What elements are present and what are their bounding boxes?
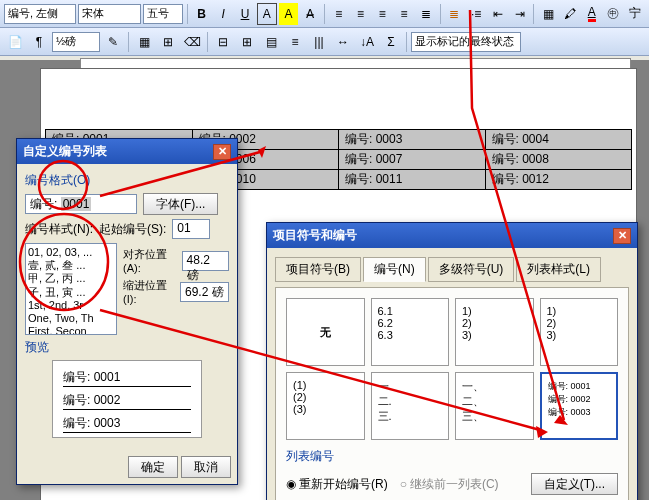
font-combo[interactable]: 宋体 [78, 4, 141, 24]
font-color-button[interactable]: A [582, 3, 602, 25]
custom-number-list-dialog: 自定义编号列表 ✕ 编号格式(O) 编号: 0001 字体(F)... 编号样式… [16, 138, 238, 485]
formula-button[interactable]: Σ [380, 31, 402, 53]
eraser-button[interactable]: ⌫ [181, 31, 203, 53]
char-bg-button[interactable]: A [279, 3, 299, 25]
showhide-button[interactable]: ¶ [28, 31, 50, 53]
bullets-button[interactable]: ∙≡ [466, 3, 486, 25]
continue-numbering-radio[interactable]: ○ 继续前一列表(C) [400, 476, 499, 493]
underline-button[interactable]: U [235, 3, 255, 25]
line-color-button[interactable]: ✎ [102, 31, 124, 53]
decrease-indent-button[interactable]: ⇤ [488, 3, 508, 25]
distribute-cols-button[interactable]: ||| [308, 31, 330, 53]
cell[interactable]: 编号: 0007 [339, 150, 486, 170]
start-number-field[interactable]: 01 [172, 219, 210, 239]
number-option[interactable]: 1)2)3) [540, 298, 619, 366]
border-button[interactable]: ▦ [538, 3, 558, 25]
cell[interactable]: 编号: 0003 [339, 130, 486, 150]
style-combo[interactable]: 编号, 左侧 [4, 4, 76, 24]
font-size-combo[interactable]: 五号 [143, 4, 183, 24]
tracking-combo[interactable]: 显示标记的最终状态 [411, 32, 521, 52]
merge-cells-button[interactable]: ⊟ [212, 31, 234, 53]
align-position-label: 对齐位置(A): [123, 247, 176, 274]
customize-button[interactable]: 自定义(T)... [531, 473, 618, 495]
format-painter-button[interactable]: 📄 [4, 31, 26, 53]
number-format-field[interactable]: 编号: 0001 [25, 194, 137, 214]
number-format-label: 编号格式(O) [25, 172, 229, 189]
align-justify-button[interactable]: ≡ [394, 3, 414, 25]
zoom-combo[interactable]: ½磅 [52, 32, 100, 52]
char-scaling-button[interactable]: 宁 [625, 3, 645, 25]
standard-toolbar: 📄 ¶ ½磅 ✎ ▦ ⊞ ⌫ ⊟ ⊞ ▤ ≡ ||| ↔ ↓A Σ 显示标记的最… [0, 28, 649, 56]
sort-button[interactable]: ↓A [356, 31, 378, 53]
tab-strip: 项目符号(B) 编号(N) 多级符号(U) 列表样式(L) [275, 256, 629, 281]
text-border-button[interactable]: A [257, 3, 277, 25]
numbering-panel: 无 6.16.26.3 1)2)3) 1)2)3) (1)(2)(3) 一.二.… [275, 287, 629, 500]
dialog-title: 项目符号和编号 [273, 227, 357, 244]
cell[interactable]: 编号: 0004 [485, 130, 632, 150]
tab-multilevel[interactable]: 多级符号(U) [428, 257, 515, 282]
align-left-button[interactable]: ≡ [329, 3, 349, 25]
number-option[interactable]: 一、二、三、 [455, 372, 534, 440]
highlight-button[interactable]: 🖍 [560, 3, 580, 25]
preview-box: 编号: 0001 编号: 0002 编号: 0003 [52, 360, 202, 438]
table-button[interactable]: ▦ [133, 31, 155, 53]
number-option[interactable]: (1)(2)(3) [286, 372, 365, 440]
italic-button[interactable]: I [213, 3, 233, 25]
cell[interactable]: 编号: 0012 [485, 170, 632, 190]
preview-label: 预览 [25, 339, 229, 356]
cell[interactable]: 编号: 0011 [339, 170, 486, 190]
list-number-label: 列表编号 [286, 448, 618, 465]
restart-numbering-radio[interactable]: ◉ 重新开始编号(R) [286, 476, 388, 493]
tab-bullets[interactable]: 项目符号(B) [275, 257, 361, 282]
number-style-listbox[interactable]: 01, 02, 03, ... 壹, 贰, 叁 ... 甲, 乙, 丙 ... … [25, 243, 117, 335]
font-button[interactable]: 字体(F)... [143, 193, 218, 215]
number-option-none[interactable]: 无 [286, 298, 365, 366]
dialog-title: 自定义编号列表 [23, 143, 107, 160]
align-right-button[interactable]: ≡ [372, 3, 392, 25]
align-center-button[interactable]: ≡ [351, 3, 371, 25]
cancel-button[interactable]: 取消 [181, 456, 231, 478]
number-option[interactable]: 6.16.26.3 [371, 298, 450, 366]
close-button[interactable]: ✕ [613, 228, 631, 244]
start-number-label: 起始编号(S): [99, 221, 166, 238]
bold-button[interactable]: B [192, 3, 212, 25]
phonetic-button[interactable]: ㊥ [604, 3, 624, 25]
align-cells-button[interactable]: ▤ [260, 31, 282, 53]
distributed-button[interactable]: ≣ [416, 3, 436, 25]
cell[interactable]: 编号: 0008 [485, 150, 632, 170]
close-button[interactable]: ✕ [213, 144, 231, 160]
number-option-selected[interactable]: 编号: 0001编号: 0002编号: 0003 [540, 372, 619, 440]
formatting-toolbar: 编号, 左侧 宋体 五号 B I U A A A̶ ≡ ≡ ≡ ≡ ≣ ≣ ∙≡… [0, 0, 649, 28]
increase-indent-button[interactable]: ⇥ [510, 3, 530, 25]
numbering-button[interactable]: ≣ [445, 3, 465, 25]
bullets-numbering-dialog: 项目符号和编号 ✕ 项目符号(B) 编号(N) 多级符号(U) 列表样式(L) … [266, 222, 638, 500]
strike-button[interactable]: A̶ [300, 3, 320, 25]
dialog-titlebar[interactable]: 自定义编号列表 ✕ [17, 139, 237, 164]
ok-button[interactable]: 确定 [128, 456, 178, 478]
number-style-label: 编号样式(N): [25, 221, 93, 238]
number-option[interactable]: 1)2)3) [455, 298, 534, 366]
number-option[interactable]: 一.二.三. [371, 372, 450, 440]
tab-liststyle[interactable]: 列表样式(L) [516, 257, 601, 282]
distribute-rows-button[interactable]: ≡ [284, 31, 306, 53]
indent-position-label: 缩进位置(I): [123, 278, 174, 305]
split-cells-button[interactable]: ⊞ [236, 31, 258, 53]
tab-numbering[interactable]: 编号(N) [363, 257, 426, 282]
dialog-titlebar[interactable]: 项目符号和编号 ✕ [267, 223, 637, 248]
indent-position-field[interactable]: 69.2 磅 [180, 282, 229, 302]
insert-table-button[interactable]: ⊞ [157, 31, 179, 53]
autofit-button[interactable]: ↔ [332, 31, 354, 53]
align-position-field[interactable]: 48.2 磅 [182, 251, 229, 271]
